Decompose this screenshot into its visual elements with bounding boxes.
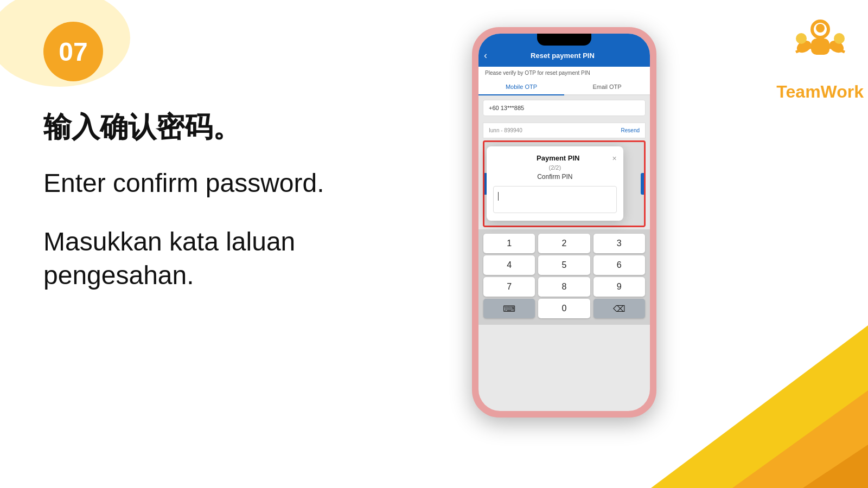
key-4[interactable]: 4	[483, 255, 535, 275]
phone-number-field: +60 13***885	[483, 100, 646, 116]
instructions-block: 输入确认密码。 Enter confirm password. Masukkan…	[43, 108, 324, 293]
key-backspace[interactable]: ⌫	[593, 299, 645, 318]
key-1[interactable]: 1	[483, 234, 535, 253]
modal-confirm-label: Confirm PIN	[493, 173, 617, 181]
key-8[interactable]: 8	[538, 277, 590, 297]
key-0[interactable]: 0	[538, 299, 590, 318]
phone-mockup: ‹ Reset payment PIN Please verify by OTP…	[472, 27, 656, 418]
screen-title: Reset payment PIN	[492, 52, 634, 60]
key-keyboard[interactable]: ⌨	[483, 299, 535, 318]
teamwork-label: TeamWork	[776, 82, 864, 102]
numpad-row-1: 1 2 3	[482, 234, 647, 253]
svg-point-8	[816, 24, 825, 33]
svg-point-10	[834, 33, 845, 44]
pin-input-field[interactable]	[493, 186, 617, 213]
tab-mobile-otp[interactable]: Mobile OTP	[478, 79, 564, 95]
key-7[interactable]: 7	[483, 277, 535, 297]
modal-close-button[interactable]: ×	[612, 155, 616, 162]
phone-inner: ‹ Reset payment PIN Please verify by OTP…	[478, 34, 650, 411]
resend-button[interactable]: Resend	[621, 127, 640, 133]
key-3[interactable]: 3	[593, 234, 645, 253]
key-5[interactable]: 5	[538, 255, 590, 275]
key-9[interactable]: 9	[593, 277, 645, 297]
svg-point-9	[796, 33, 807, 44]
otp-value: Iunn - 899940	[489, 127, 522, 133]
app-subtitle: Please verify by OTP for reset payment P…	[478, 67, 650, 79]
numpad-row-3: 7 8 9	[482, 277, 647, 297]
step-number: 07	[59, 37, 87, 67]
modal-step: (2/2)	[493, 164, 617, 171]
malay-instruction: Masukkan kata laluan pengesahan.	[43, 225, 324, 293]
tab-email-otp[interactable]: Email OTP	[564, 79, 650, 94]
numpad: 1 2 3 4 5 6 7 8 9 ⌨	[478, 229, 650, 325]
otp-tabs: Mobile OTP Email OTP	[478, 79, 650, 95]
modal-header: Payment PIN ×	[493, 154, 617, 162]
key-6[interactable]: 6	[593, 255, 645, 275]
modal-title: Payment PIN	[504, 154, 612, 162]
phone-outer: ‹ Reset payment PIN Please verify by OTP…	[472, 27, 656, 418]
step-badge: 07	[43, 22, 103, 81]
numpad-row-4: ⌨ 0 ⌫	[482, 299, 647, 318]
otp-code-row: Iunn - 899940 Resend	[483, 123, 646, 138]
side-nav-right	[641, 173, 644, 195]
numpad-row-2: 4 5 6	[482, 255, 647, 275]
text-cursor	[498, 192, 499, 201]
english-instruction: Enter confirm password.	[43, 168, 324, 198]
chinese-instruction: 输入确认密码。	[43, 108, 324, 146]
phone-notch	[537, 34, 591, 46]
back-button[interactable]: ‹	[484, 50, 487, 61]
teamwork-logo-area: TeamWork	[776, 9, 864, 102]
payment-pin-modal: Payment PIN × (2/2) Confirm PIN	[487, 146, 623, 221]
teamwork-icon	[785, 9, 856, 79]
app-screen: ‹ Reset payment PIN Please verify by OTP…	[478, 34, 650, 411]
key-2[interactable]: 2	[538, 234, 590, 253]
